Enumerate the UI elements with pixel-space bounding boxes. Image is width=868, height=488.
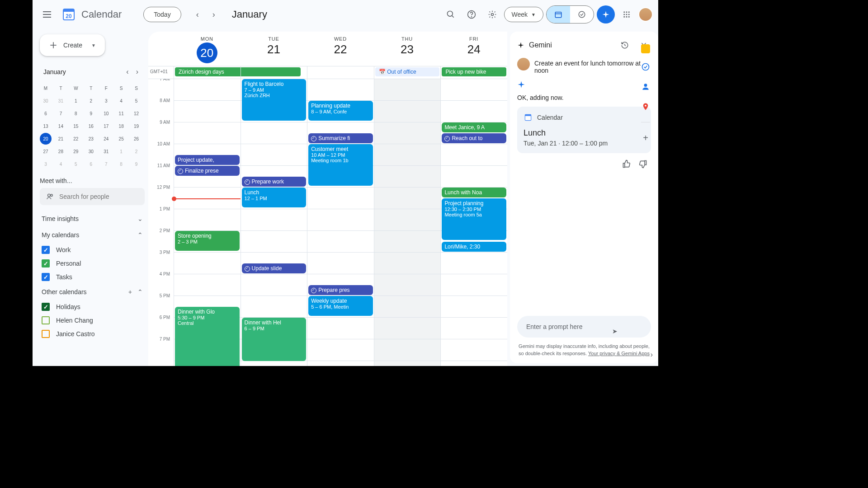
event[interactable]: Flight to Barcelo7 – 9 AMZürich ZRH — [242, 79, 307, 121]
mini-cal-day[interactable]: 30 — [40, 95, 52, 107]
event[interactable]: Store opening2 – 3 PM — [175, 231, 240, 251]
mini-cal-day[interactable]: 17 — [100, 120, 112, 132]
task-event[interactable]: Finalize prese — [175, 166, 240, 176]
mini-cal-day[interactable]: 19 — [131, 120, 142, 132]
event[interactable]: Lori/Mike, 2:30 — [442, 242, 506, 252]
privacy-link[interactable]: Your privacy & Gemini Apps — [588, 351, 650, 356]
mini-cal-day[interactable]: 5 — [131, 95, 142, 107]
mini-cal-day[interactable]: 31 — [55, 95, 66, 107]
mini-cal-day[interactable]: 3 — [100, 95, 112, 107]
day-column-thu[interactable] — [374, 79, 441, 366]
mini-cal-day[interactable]: 1 — [115, 145, 127, 157]
event[interactable]: Project planning12:30 – 2:30 PMMeeting r… — [442, 198, 506, 240]
density-toggle[interactable] — [546, 5, 594, 23]
mini-cal-day[interactable]: 13 — [40, 120, 52, 132]
mini-cal-day[interactable]: 23 — [85, 133, 97, 145]
expand-panel-button[interactable]: › — [651, 351, 653, 359]
mini-cal-day[interactable]: 6 — [40, 108, 52, 119]
mini-cal-day[interactable]: 30 — [85, 145, 97, 157]
task-event[interactable]: Reach out to — [442, 133, 506, 143]
my-calendars-section[interactable]: My calendars⌃ — [40, 227, 145, 243]
mini-cal-day[interactable]: 31 — [100, 145, 112, 157]
mini-cal-day[interactable]: 1 — [70, 95, 82, 107]
history-button[interactable] — [618, 38, 632, 52]
add-calendar-icon[interactable]: + — [128, 288, 132, 296]
thumbs-up-button[interactable] — [622, 160, 631, 170]
mini-cal-day[interactable]: 9 — [85, 108, 97, 119]
thumbs-down-button[interactable] — [638, 160, 647, 170]
mini-cal-prev[interactable]: ‹ — [123, 67, 131, 77]
mini-cal-day[interactable]: 2 — [85, 95, 97, 107]
mini-cal-day[interactable]: 8 — [70, 108, 82, 119]
gemini-prompt-input[interactable]: Enter a prompt here ➤ — [517, 316, 651, 338]
settings-button[interactable] — [483, 5, 501, 23]
task-event[interactable]: Summarize fi — [308, 133, 373, 143]
day-header[interactable]: TUE21 — [241, 32, 307, 66]
search-people-input[interactable] — [40, 188, 145, 205]
event[interactable]: Lunch with Noa — [442, 188, 506, 197]
add-addon-icon[interactable]: + — [639, 131, 652, 144]
tasks-icon[interactable] — [639, 61, 652, 73]
day-header[interactable]: WED22 — [307, 32, 374, 66]
mini-cal-day[interactable]: 15 — [70, 120, 82, 132]
mini-cal-day[interactable]: 16 — [85, 120, 97, 132]
mini-cal-day[interactable]: 12 — [131, 108, 142, 119]
keep-icon[interactable] — [641, 44, 650, 53]
day-column-tue[interactable]: Flight to Barcelo7 – 9 AMZürich ZRH Prep… — [241, 79, 307, 366]
today-button[interactable]: Today — [143, 7, 181, 22]
allday-event-ooo[interactable]: 📅 Out of office — [375, 67, 440, 76]
task-event[interactable]: Update slide — [242, 263, 307, 273]
mini-cal-day[interactable]: 3 — [40, 158, 52, 170]
day-header[interactable]: FRI24 — [440, 32, 507, 66]
view-selector[interactable]: Week▼ — [504, 7, 543, 22]
gemini-event-card[interactable]: Calendar Lunch Tue, Jan 21 · 12:00 – 1:0… — [517, 107, 651, 153]
mini-cal-day[interactable]: 4 — [115, 95, 127, 107]
gemini-button[interactable] — [597, 5, 615, 23]
mini-cal-day[interactable]: 5 — [70, 158, 82, 170]
mini-cal-day[interactable]: 29 — [70, 145, 82, 157]
calendar-item[interactable]: Janice Castro — [40, 327, 145, 341]
apps-button[interactable] — [618, 5, 636, 23]
account-avatar[interactable] — [638, 7, 653, 22]
calendar-item[interactable]: Personal — [40, 257, 145, 270]
day-column-wed[interactable]: Planning update8 – 9 AM, Confe Summarize… — [307, 79, 374, 366]
create-button[interactable]: Create ▼ — [40, 34, 105, 56]
day-header[interactable]: MON20 — [174, 32, 241, 66]
event-lunch[interactable]: Lunch12 – 1 PM — [242, 188, 307, 207]
mini-cal-day[interactable]: 14 — [55, 120, 66, 132]
event[interactable]: Weekly update5 – 6 PM, Meetin — [308, 296, 373, 316]
day-column-mon[interactable]: Project update, Finalize prese Store ope… — [174, 79, 241, 366]
mini-cal-day[interactable]: 8 — [115, 158, 127, 170]
mini-cal-day[interactable]: 7 — [55, 108, 66, 119]
mini-cal-day[interactable]: 20 — [40, 133, 52, 145]
event[interactable]: Project update, — [175, 155, 240, 165]
search-button[interactable] — [442, 5, 460, 23]
mini-cal-day[interactable]: 11 — [115, 108, 127, 119]
mini-calendar[interactable]: MTWTFSS303112345678910111213141516171819… — [40, 82, 145, 170]
mini-cal-day[interactable]: 4 — [55, 158, 66, 170]
task-event[interactable]: Prepare pres — [308, 285, 373, 295]
next-week-button[interactable]: › — [207, 7, 221, 22]
mini-cal-next[interactable]: › — [133, 67, 141, 77]
mini-cal-day[interactable]: 10 — [100, 108, 112, 119]
calendar-item[interactable]: Holidays — [40, 300, 145, 314]
task-event[interactable]: Prepare work — [242, 177, 307, 187]
other-calendars-section[interactable]: Other calendars +⌃ — [40, 284, 145, 300]
allday-event[interactable]: Pick up new bike — [442, 67, 506, 76]
mini-cal-day[interactable]: 2 — [131, 145, 142, 157]
event[interactable]: Dinner with Glo5:30 – 9 PMCentral — [175, 307, 240, 366]
mini-cal-day[interactable]: 7 — [100, 158, 112, 170]
time-insights-section[interactable]: Time insights⌄ — [40, 211, 145, 227]
event[interactable]: Planning update8 – 9 AM, Confe — [308, 101, 373, 121]
contacts-icon[interactable] — [639, 80, 652, 93]
mini-cal-day[interactable]: 9 — [131, 158, 142, 170]
prev-week-button[interactable]: ‹ — [190, 7, 205, 22]
mini-cal-day[interactable]: 28 — [55, 145, 66, 157]
event[interactable]: Meet Janice, 9 A — [442, 122, 506, 132]
event[interactable]: Dinner with Hel6 – 9 PM — [242, 318, 307, 361]
day-column-fri[interactable]: Meet Janice, 9 A Reach out to Lunch with… — [440, 79, 507, 366]
mini-cal-day[interactable]: 24 — [100, 133, 112, 145]
calendar-view-icon[interactable] — [547, 6, 570, 23]
mini-cal-day[interactable]: 22 — [70, 133, 82, 145]
help-button[interactable] — [462, 5, 481, 23]
